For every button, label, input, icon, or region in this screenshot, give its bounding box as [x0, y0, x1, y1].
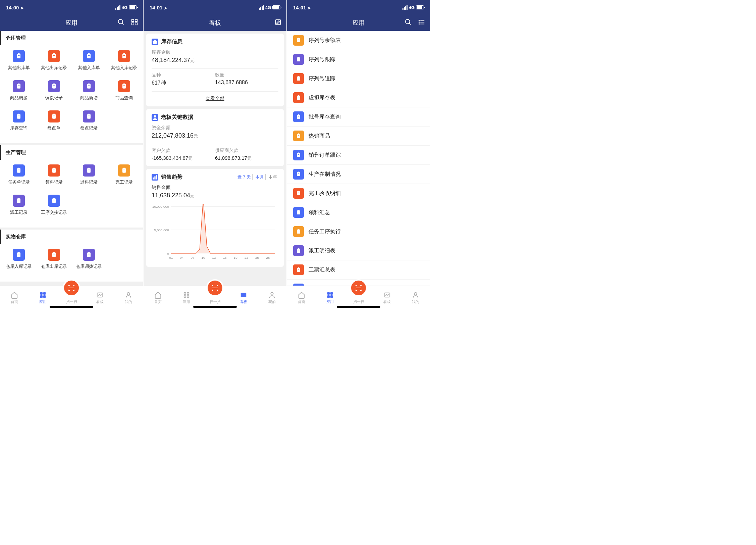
list-item[interactable]: 任务工序执行 — [287, 222, 430, 241]
app-item[interactable]: 退料记录 — [71, 164, 107, 185]
list-view-icon[interactable] — [418, 18, 425, 28]
app-item[interactable]: 商品新增 — [71, 80, 107, 101]
svg-rect-42 — [52, 114, 56, 118]
app-icon — [83, 164, 95, 177]
app-label: 仓库入库记录 — [6, 263, 32, 269]
list-icon — [293, 169, 304, 180]
tab-home[interactable]: 首页 — [144, 286, 172, 310]
svg-rect-14 — [87, 54, 91, 58]
svg-point-118 — [187, 296, 189, 298]
list-icon — [293, 35, 304, 46]
list-item[interactable]: 序列号跟踪 — [287, 50, 430, 69]
list-label: 任务工序执行 — [309, 228, 341, 235]
trend-tab-7d[interactable]: 近 7 天 — [236, 174, 253, 180]
page-title: 看板 — [209, 19, 221, 27]
list-item[interactable]: 销售订单跟踪 — [287, 146, 430, 165]
app-item[interactable]: 仓库调拨记录 — [71, 249, 107, 269]
svg-rect-26 — [52, 84, 56, 88]
svg-rect-131 — [298, 38, 300, 39]
scan-button[interactable] — [206, 279, 224, 297]
svg-rect-62 — [122, 168, 126, 172]
list-item[interactable]: 领料汇总 — [287, 203, 430, 222]
svg-rect-39 — [18, 114, 20, 115]
svg-rect-2 — [132, 19, 134, 21]
app-item[interactable]: 仓库出库记录 — [37, 249, 72, 269]
list-label: 派工明细表 — [309, 247, 335, 254]
list-item[interactable]: 序列号余额表 — [287, 31, 430, 50]
app-icon — [48, 249, 60, 261]
list-label: 工票汇总表 — [309, 266, 335, 274]
search-icon[interactable] — [117, 18, 125, 28]
search-icon[interactable] — [404, 18, 412, 28]
svg-rect-186 — [327, 292, 330, 295]
svg-rect-146 — [297, 115, 300, 119]
app-item[interactable]: 工序交接记录 — [37, 195, 72, 215]
list-label: 序列号余额表 — [309, 37, 341, 44]
app-item[interactable]: 仓库入库记录 — [1, 249, 37, 269]
app-item[interactable]: 盘点记录 — [71, 110, 107, 131]
app-item[interactable]: 任务单记录 — [1, 164, 37, 185]
list-item[interactable]: 虚拟库存表 — [287, 88, 430, 107]
app-item[interactable]: 商品查询 — [107, 80, 142, 101]
card-boss-data: 老板关键数据 资金余额 212,047,803.16元 客户欠款-165,383… — [146, 109, 284, 166]
app-item[interactable]: 其他入库记录 — [107, 50, 142, 71]
app-item[interactable]: 派工记录 — [1, 195, 37, 215]
app-label: 工序交接记录 — [41, 209, 67, 215]
app-label: 派工记录 — [10, 209, 28, 215]
trend-tab-month[interactable]: 本月 — [254, 174, 266, 180]
trend-tab-year[interactable]: 本年 — [267, 174, 278, 180]
app-item[interactable]: 完工记录 — [107, 164, 142, 185]
svg-text:19: 19 — [234, 256, 238, 259]
svg-line-1 — [122, 23, 124, 24]
list-item[interactable]: 工票汇总表 — [287, 260, 430, 280]
app-item[interactable]: 其他出库单 — [1, 50, 37, 71]
app-item[interactable]: 其他出库记录 — [37, 50, 72, 71]
app-icon — [48, 195, 60, 207]
card-inventory: 库存信息 库存金额 48,184,224.37元 品种617种 数量143,68… — [146, 34, 284, 106]
scan-button[interactable] — [350, 279, 367, 297]
app-item[interactable]: 库存查询 — [1, 110, 37, 131]
svg-rect-4 — [132, 22, 134, 24]
app-label: 仓库调拨记录 — [76, 263, 102, 269]
tab-mine[interactable]: 我的 — [258, 286, 286, 310]
app-label: 盘点记录 — [80, 125, 98, 131]
svg-rect-51 — [18, 168, 20, 169]
svg-point-127 — [419, 20, 420, 20]
list-item[interactable]: 派工明细表 — [287, 241, 430, 260]
list-item[interactable]: 完工验收明细 — [287, 184, 430, 203]
tab-home[interactable]: 首页 — [0, 286, 29, 310]
app-icon — [48, 164, 60, 177]
svg-rect-30 — [87, 84, 91, 88]
home-indicator[interactable] — [50, 306, 93, 308]
svg-rect-18 — [122, 54, 126, 58]
tab-mine[interactable]: 我的 — [114, 286, 143, 310]
app-icon — [48, 80, 60, 92]
list-item[interactable]: 批号库存查询 — [287, 107, 430, 127]
edit-icon[interactable] — [274, 18, 282, 28]
svg-rect-35 — [123, 84, 125, 85]
svg-rect-139 — [298, 76, 300, 77]
list-item[interactable]: 热销商品 — [287, 127, 430, 146]
list-item[interactable]: 序列号追踪 — [287, 69, 430, 88]
app-item[interactable]: 其他入库单 — [71, 50, 107, 71]
svg-line-123 — [409, 23, 411, 24]
svg-rect-75 — [18, 252, 20, 253]
list-item[interactable]: 生产在制情况 — [287, 165, 430, 184]
scan-button[interactable] — [63, 279, 80, 297]
app-item[interactable]: 商品调拨 — [1, 80, 37, 101]
app-label: 商品新增 — [80, 95, 98, 101]
svg-text:10: 10 — [201, 256, 205, 259]
svg-rect-34 — [122, 84, 126, 88]
tab-mine[interactable]: 我的 — [401, 286, 430, 310]
app-item[interactable]: 盘点单 — [37, 110, 72, 131]
app-label: 领料记录 — [45, 179, 63, 185]
app-item[interactable]: 领料记录 — [37, 164, 72, 185]
list-label: 虚拟库存表 — [309, 94, 335, 101]
view-all-link[interactable]: 查看全部 — [152, 91, 278, 102]
app-item[interactable]: 调拨记录 — [37, 80, 72, 101]
grid-icon[interactable] — [131, 18, 138, 28]
list-icon — [293, 226, 304, 237]
list-label: 序列号跟踪 — [309, 56, 335, 63]
tab-home[interactable]: 首页 — [287, 286, 316, 310]
list-label: 领料汇总 — [309, 209, 330, 216]
